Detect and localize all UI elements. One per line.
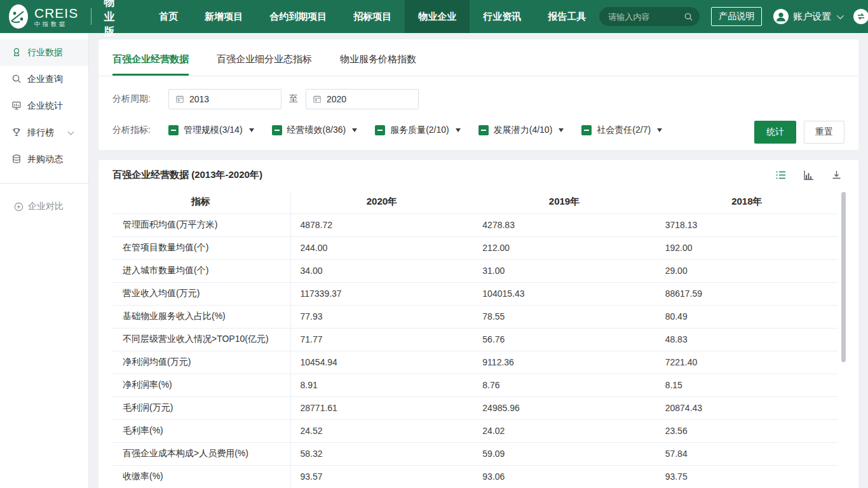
period-label: 分析周期:	[112, 93, 168, 105]
sidebar-item-label: 行业数据	[27, 47, 63, 58]
creis-logo-icon	[9, 4, 28, 29]
metric-name-cell: 收缴率(%)	[111, 465, 290, 488]
nav-item-合约到期项目[interactable]: 合约到期项目	[256, 0, 340, 33]
industry-data-icon	[11, 47, 22, 59]
account-settings-menu[interactable]: 账户设置	[773, 9, 842, 24]
nav-item-报告工具[interactable]: 报告工具	[534, 0, 599, 33]
circle-plus-icon	[14, 202, 24, 212]
column-header: 2019年	[473, 191, 655, 214]
table-row: 在管项目数量均值(个)244.00212.00192.00	[111, 236, 838, 259]
sidebar-item-label: 企业查询	[27, 74, 63, 85]
metric-value-cell: 24.52	[290, 419, 473, 442]
period-to-input[interactable]: 2020	[306, 89, 419, 109]
sidebar-item-排行榜[interactable]: 排行榜	[0, 119, 88, 146]
column-header: 2020年	[290, 191, 473, 214]
metric-value-cell: 20874.43	[656, 396, 838, 419]
chevron-down-icon	[837, 12, 844, 19]
chevron-down-icon	[68, 129, 74, 135]
metric-value-cell: 7221.40	[656, 351, 838, 374]
global-search[interactable]	[599, 7, 700, 26]
metric-value-cell: 59.09	[473, 442, 655, 465]
sidebar-item-企业统计[interactable]: 企业统计	[0, 93, 88, 119]
period-from-input[interactable]: 2013	[168, 89, 281, 109]
metric-name-cell: 基础物业服务收入占比(%)	[111, 305, 290, 328]
table-row: 百强企业成本构成>人员费用(%)58.3259.0957.84	[111, 442, 838, 465]
metric-value-cell: 93.06	[473, 465, 655, 488]
metric-value-cell: 71.77	[290, 328, 473, 351]
table-row: 收缴率(%)93.5793.0693.75	[111, 465, 838, 488]
metric-value-cell: 8.91	[290, 374, 473, 396]
search-icon[interactable]	[684, 12, 693, 22]
version-menu[interactable]: 版本	[853, 9, 868, 24]
metric-value-cell: 3718.13	[656, 214, 838, 236]
logo-divider	[91, 8, 92, 25]
indicator-label: 服务质量(2/10)	[390, 125, 449, 136]
download-icon[interactable]	[831, 170, 842, 180]
sidebar-item-行业数据[interactable]: 行业数据	[0, 39, 88, 66]
chart-view-icon[interactable]	[803, 170, 814, 180]
analysis-indicators-row: 分析指标: 管理规模(3/14)经营绩效(8/36)服务质量(2/10)发展潜力…	[98, 125, 858, 150]
checkbox-indeterminate-icon[interactable]	[375, 125, 385, 135]
indicator-filter-经营绩效(8/36)[interactable]: 经营绩效(8/36)	[272, 125, 358, 136]
metric-value-cell: 8.15	[656, 374, 838, 396]
tab-百强企业细分业态指标[interactable]: 百强企业细分业态指标	[217, 39, 312, 76]
indicator-list: 管理规模(3/14)经营绩效(8/36)服务质量(2/10)发展潜力(4/10)…	[168, 125, 662, 136]
metric-value-cell: 57.84	[656, 442, 838, 465]
analysis-period-row: 分析周期: 2013 至 2020	[98, 89, 858, 109]
metric-name-cell: 不同层级营业收入情况>TOP10(亿元)	[111, 328, 290, 351]
indicator-filter-服务质量(2/10)[interactable]: 服务质量(2/10)	[375, 125, 461, 136]
product-info-button[interactable]: 产品说明	[711, 7, 762, 26]
nav-item-首页[interactable]: 首页	[146, 0, 191, 33]
sidebar-item-company-compare[interactable]: 企业对比	[0, 194, 88, 219]
metric-value-cell: 4878.72	[290, 214, 473, 236]
column-header: 指标	[111, 191, 290, 214]
brand-text: CREIS 中指数据	[34, 6, 78, 27]
table-scrollbar[interactable]	[841, 192, 846, 362]
indicator-filter-管理规模(3/14)[interactable]: 管理规模(3/14)	[168, 125, 254, 136]
metric-value-cell: 8.76	[473, 374, 655, 396]
nav-item-行业资讯[interactable]: 行业资讯	[470, 0, 534, 33]
metric-name-cell: 在管项目数量均值(个)	[111, 236, 290, 259]
caret-down-icon	[249, 128, 254, 132]
table-row: 不同层级营业收入情况>TOP10(亿元)71.7756.7648.83	[111, 328, 838, 351]
ranking-trophy-icon	[11, 127, 22, 139]
nav-item-物业企业[interactable]: 物业企业	[405, 0, 470, 33]
metric-value-cell: 80.49	[656, 305, 838, 328]
sidebar: 行业数据企业查询企业统计排行榜并购动态 企业对比	[0, 33, 89, 488]
nav-item-新增项目[interactable]: 新增项目	[191, 0, 256, 33]
version-switch-icon	[853, 9, 868, 24]
filters-card: 百强企业经营数据百强企业细分业态指标物业服务价格指数 分析周期: 2013 至 …	[98, 39, 858, 150]
reset-button[interactable]: 重置	[804, 121, 844, 144]
calendar-icon	[175, 95, 184, 104]
metric-value-cell: 93.75	[656, 465, 838, 488]
tab-百强企业经营数据[interactable]: 百强企业经营数据	[112, 39, 189, 76]
caret-down-icon	[352, 128, 357, 132]
indicator-label: 社会责任(2/7)	[597, 125, 651, 136]
search-input[interactable]	[608, 12, 684, 22]
column-header: 2018年	[656, 191, 838, 214]
statistics-button[interactable]: 统计	[754, 121, 796, 144]
tab-物业服务价格指数[interactable]: 物业服务价格指数	[340, 39, 416, 76]
sidebar-item-企业查询[interactable]: 企业查询	[0, 66, 88, 93]
sidebar-item-label: 企业对比	[28, 201, 64, 212]
checkbox-indeterminate-icon[interactable]	[581, 125, 592, 135]
metric-value-cell: 77.93	[290, 305, 473, 328]
metric-name-cell: 净利润率(%)	[111, 374, 290, 396]
checkbox-indeterminate-icon[interactable]	[272, 125, 282, 135]
indicator-filter-发展潜力(4/10)[interactable]: 发展潜力(4/10)	[478, 125, 564, 136]
indicator-filter-社会责任(2/7)[interactable]: 社会责任(2/7)	[581, 125, 662, 136]
caret-down-icon	[559, 128, 564, 132]
metric-value-cell: 9112.36	[473, 351, 655, 374]
list-view-icon[interactable]	[775, 170, 786, 180]
indicators-label: 分析指标:	[112, 125, 168, 136]
nav-item-招标项目[interactable]: 招标项目	[340, 0, 405, 33]
metric-name-cell: 进入城市数量均值(个)	[111, 259, 290, 282]
sidebar-item-并购动态[interactable]: 并购动态	[0, 146, 88, 173]
tab-bar: 百强企业经营数据百强企业细分业态指标物业服务价格指数	[98, 39, 858, 76]
indicator-label: 发展潜力(4/10)	[494, 125, 553, 136]
table-title: 百强企业经营数据 (2013年-2020年)	[112, 169, 262, 181]
metric-value-cell: 23.56	[656, 419, 838, 442]
metric-value-cell: 10454.94	[290, 351, 473, 374]
checkbox-indeterminate-icon[interactable]	[478, 125, 489, 135]
checkbox-indeterminate-icon[interactable]	[168, 125, 179, 135]
